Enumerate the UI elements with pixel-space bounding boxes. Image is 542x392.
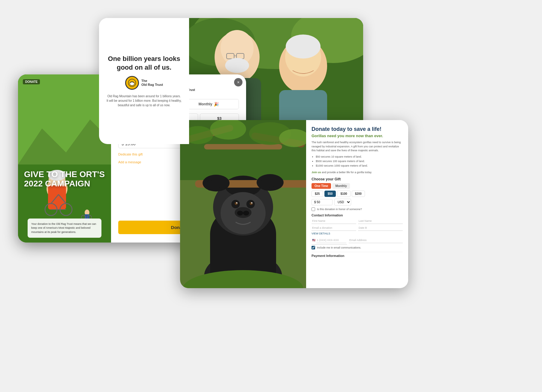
campaign-svg — [18, 74, 111, 243]
svg-rect-23 — [48, 185, 66, 210]
join-suffix: and provide a better life for a gorilla … — [322, 171, 372, 174]
gorilla-panel — [180, 120, 306, 288]
gift-amount-200[interactable]: $200 — [352, 191, 365, 197]
ort-logo-icon — [125, 76, 139, 90]
gift-amount-100[interactable]: $100 — [337, 191, 350, 197]
donate-label: DONATE — [23, 79, 40, 84]
first-name-input[interactable] — [312, 218, 356, 224]
bullet-3: $1000 secures 1000 square meters of land… — [316, 164, 403, 168]
bullet-2: $500 secures 100 square meters of land. — [316, 159, 403, 164]
back-card-headline: One billion years looks good on all of u… — [106, 55, 182, 72]
front-card-subheadline: Gorillas need you more now than ever. — [312, 134, 403, 138]
honor-label: Is this donation in honor of someone? — [317, 208, 362, 211]
email-address-input[interactable] — [349, 237, 403, 243]
email-consent-label: Include me in email communications. — [317, 246, 361, 249]
svg-rect-61 — [215, 179, 220, 189]
email-consent-row: Include me in email communications. — [312, 246, 403, 249]
svg-point-11 — [225, 58, 249, 73]
front-card-bullets: $50 secures 10 square meters of land. $5… — [312, 155, 403, 168]
campaign-panel: DONATE GIVE TO THE ORT'S 2022 CAMPAIGN Y… — [18, 74, 111, 243]
svg-point-54 — [251, 202, 252, 204]
join-link[interactable]: Join us — [312, 171, 321, 174]
svg-rect-62 — [221, 180, 226, 188]
choose-gift-label: Choose your Gift — [312, 177, 403, 181]
svg-point-52 — [250, 202, 253, 205]
email-consent-checkbox[interactable] — [312, 246, 315, 249]
front-card: Donate today to save a life! Gorillas ne… — [180, 120, 408, 288]
last-name-input[interactable] — [358, 218, 403, 224]
gift-freq-tabs: One Time Monthly — [312, 183, 403, 189]
view-details-link[interactable]: VIEW DETAILS — [312, 232, 403, 235]
svg-point-53 — [236, 202, 237, 204]
svg-point-1 — [130, 82, 134, 86]
campaign-title: GIVE TO THE ORT'S 2022 CAMPAIGN — [18, 170, 111, 188]
name-row — [312, 218, 403, 224]
close-button[interactable]: × — [234, 78, 242, 86]
honor-checkbox[interactable] — [312, 207, 315, 211]
us-flag-icon: 🇺🇸 — [312, 239, 315, 242]
svg-point-51 — [235, 202, 238, 205]
gift-custom-input[interactable] — [312, 199, 333, 205]
bullet-1: $50 secures 10 square meters of land. — [316, 155, 403, 159]
payment-section-label: Payment Information — [312, 252, 403, 258]
gift-one-time-tab[interactable]: One Time — [312, 183, 331, 189]
svg-rect-64 — [261, 179, 267, 190]
join-text: Join us and provide a better life for a … — [312, 170, 403, 175]
campaign-heading: GIVE TO THE ORT'S 2022 CAMPAIGN — [24, 170, 105, 188]
gift-custom-row: USD — [312, 199, 403, 206]
gift-amounts: $25 $50 $100 $200 — [312, 191, 403, 197]
donation-form-panel: Donate today to save a life! Gorillas ne… — [306, 120, 408, 288]
svg-rect-60 — [207, 180, 213, 191]
confetti-icon: 🎉 — [214, 102, 219, 107]
back-card-description: Old Rag Mountain has been around for 1 b… — [106, 94, 182, 107]
honor-checkbox-row: Is this donation in honor of someone? — [312, 207, 403, 211]
phone-input[interactable] — [316, 237, 346, 243]
svg-rect-66 — [276, 179, 280, 188]
gift-monthly-tab[interactable]: Monthly — [332, 183, 350, 189]
svg-point-57 — [243, 211, 249, 216]
email-donation-input[interactable] — [312, 225, 356, 231]
dob-input[interactable] — [358, 225, 403, 231]
front-card-body: The lush rainforest and healthy ecosyste… — [312, 140, 403, 153]
campaign-description: Your donation to the Old Rag Trust means… — [28, 219, 101, 238]
gift-amount-25[interactable]: $25 — [312, 191, 323, 197]
contact-section-label: Contact Information — [312, 213, 403, 217]
phone-flag-input: 🇺🇸 — [312, 236, 347, 245]
svg-point-15 — [286, 35, 321, 59]
phone-email-row: 🇺🇸 — [312, 236, 403, 245]
back-card-logo: TheOld Rag Trust — [125, 76, 163, 90]
back-card-logo-text: TheOld Rag Trust — [141, 79, 163, 87]
back-card-left: One billion years looks good on all of u… — [99, 18, 189, 144]
svg-point-56 — [237, 211, 243, 216]
gift-currency-select[interactable]: USD — [334, 199, 351, 206]
gift-amount-50[interactable]: $50 — [324, 191, 336, 197]
email-dob-row — [312, 225, 403, 231]
front-card-headline: Donate today to save a life! — [312, 126, 403, 132]
svg-rect-65 — [269, 179, 274, 188]
gorilla-svg — [180, 120, 306, 288]
